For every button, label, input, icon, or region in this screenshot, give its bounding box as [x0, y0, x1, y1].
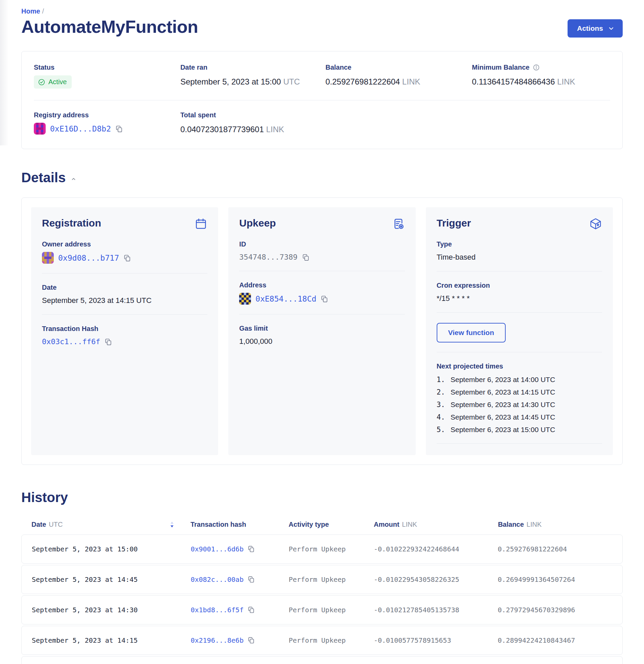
balance-value: 0.259276981222604 LINK	[325, 77, 472, 86]
actions-button[interactable]: Actions	[567, 19, 623, 38]
actions-button-label: Actions	[577, 24, 603, 33]
row-activity: Perform Upkeep	[289, 636, 374, 644]
registry-address-link[interactable]: 0xE16D...D8b2	[50, 124, 111, 133]
trigger-type-value: Time-based	[437, 253, 602, 262]
projected-time-item: 4.September 6, 2023 at 14:45 UTC	[437, 413, 602, 421]
trigger-title: Trigger	[437, 217, 471, 229]
copy-icon[interactable]	[247, 576, 255, 583]
copy-icon[interactable]	[115, 125, 123, 132]
owner-address-link[interactable]: 0x9d08...b717	[58, 253, 119, 262]
divider	[239, 314, 404, 314]
total-spent-field: Total spent 0.04072301877739601 LINK	[180, 111, 472, 134]
owner-address-label: Owner address	[42, 241, 207, 248]
row-balance: 0.26949991364507264	[498, 576, 622, 583]
divider	[437, 443, 602, 443]
row-hash-link[interactable]: 0x2196...8e6b	[191, 636, 244, 644]
copy-icon[interactable]	[123, 254, 131, 262]
upkeep-identicon	[239, 293, 251, 305]
registry-identicon	[34, 123, 46, 134]
copy-icon[interactable]	[247, 545, 255, 553]
upkeep-address-link[interactable]: 0xE854...18Cd	[255, 294, 316, 303]
upkeep-id-label: ID	[239, 241, 404, 248]
cube-icon	[589, 217, 602, 230]
row-hash-link[interactable]: 0x082c...00ab	[191, 576, 244, 583]
copy-icon[interactable]	[247, 637, 255, 644]
row-date: September 5, 2023 at 14:30	[32, 606, 191, 614]
divider	[437, 352, 602, 352]
next-projected-times-label: Next projected times	[437, 362, 602, 370]
overview-card: Status Active Date ran September 5, 2023…	[21, 51, 623, 149]
col-amount[interactable]: Amount	[374, 521, 400, 528]
upkeep-id-value: 354748...7389	[239, 253, 297, 261]
table-row: September 5, 2023 at 14:45 0x082c...00ab…	[21, 565, 623, 594]
history-heading: History	[21, 490, 623, 505]
details-heading: Details	[21, 170, 66, 185]
breadcrumb-home-link[interactable]: Home	[21, 7, 40, 15]
chevron-down-icon	[608, 25, 615, 32]
divider	[42, 314, 207, 315]
status-badge: Active	[34, 76, 72, 88]
gas-limit-label: Gas limit	[239, 325, 404, 332]
transaction-hash-link[interactable]: 0x03c1...ff6f	[42, 337, 100, 346]
table-row: September 5, 2023 at 14:30 0x1bd8...6f5f…	[21, 595, 623, 624]
copy-icon[interactable]	[302, 253, 309, 261]
copy-icon[interactable]	[247, 606, 255, 614]
balance-label: Balance	[325, 64, 472, 71]
status-badge-text: Active	[48, 78, 67, 86]
col-date[interactable]: Date	[32, 521, 46, 528]
upkeep-address-label: Address	[239, 281, 404, 289]
row-activity: Perform Upkeep	[289, 545, 374, 553]
history-table-header: DateUTC Transaction hash Activity type A…	[21, 521, 623, 535]
row-amount: -0.010222932422468644	[374, 545, 498, 553]
total-spent-value: 0.04072301877739601 LINK	[180, 125, 472, 134]
row-hash-link[interactable]: 0x1bd8...6f5f	[191, 606, 244, 614]
row-amount: -0.010212785405135738	[374, 606, 498, 614]
status-field: Status Active	[34, 64, 180, 88]
details-panel: Registration Owner address 0x9d08...b717	[21, 198, 623, 465]
col-transaction-hash[interactable]: Transaction hash	[190, 521, 246, 528]
projected-time-item: 3.September 6, 2023 at 14:30 UTC	[437, 401, 602, 409]
registry-address-field: Registry address 0xE16D...D8b2	[34, 111, 180, 134]
divider	[42, 273, 207, 273]
breadcrumb: Home/	[21, 7, 623, 15]
table-row: September 5, 2023 at 14:15 0x2196...8e6b…	[21, 626, 623, 655]
upkeep-card: Upkeep ID 354748...7389 Address	[228, 207, 415, 455]
next-projected-times-list: 1.September 6, 2023 at 14:00 UTC 2.Septe…	[437, 376, 602, 434]
row-amount: -0.010229543058226325	[374, 576, 498, 583]
date-ran-label: Date ran	[180, 64, 325, 71]
row-date: September 5, 2023 at 14:45	[32, 576, 191, 583]
cron-expression-label: Cron expression	[437, 282, 602, 289]
row-hash-link[interactable]: 0x9001...6d6b	[191, 545, 244, 553]
row-amount: -0.0100577578915653	[374, 636, 498, 644]
collapse-chevron-icon[interactable]	[71, 176, 77, 182]
row-balance: 0.259276981222604	[498, 545, 622, 553]
table-row: September 5, 2023 at 14:15 0x03c1...ff6f…	[21, 656, 623, 664]
col-activity-type[interactable]: Activity type	[288, 521, 329, 528]
col-amount-suffix: LINK	[402, 521, 417, 528]
row-activity: Perform Upkeep	[289, 576, 374, 583]
divider	[239, 271, 404, 271]
page: Home/ AutomateMyFunction Actions Status …	[0, 0, 644, 664]
divider	[437, 312, 602, 313]
gas-limit-value: 1,000,000	[239, 337, 404, 346]
row-date: September 5, 2023 at 14:15	[32, 636, 191, 644]
view-function-button[interactable]: View function	[437, 323, 506, 343]
registration-date-value: September 5, 2023 at 14:15 UTC	[42, 296, 207, 305]
upkeep-title: Upkeep	[239, 217, 276, 229]
projected-time-item: 2.September 6, 2023 at 14:15 UTC	[437, 388, 602, 396]
registration-date-label: Date	[42, 284, 207, 291]
min-balance-field: Minimum Balance 0.11364157484866436 LINK	[472, 64, 610, 88]
col-balance[interactable]: Balance	[498, 521, 524, 528]
projected-time-item: 1.September 6, 2023 at 14:00 UTC	[437, 376, 602, 384]
copy-icon[interactable]	[321, 295, 328, 303]
row-balance: 0.28994224210843467	[498, 636, 622, 644]
copy-icon[interactable]	[104, 338, 112, 346]
cron-expression-value: */15 * * * *	[437, 294, 602, 303]
document-gear-icon	[392, 217, 405, 230]
history-table: DateUTC Transaction hash Activity type A…	[21, 521, 623, 664]
row-activity: Perform Upkeep	[289, 606, 374, 614]
row-date: September 5, 2023 at 15:00	[32, 545, 191, 553]
info-icon[interactable]	[533, 64, 540, 71]
sort-icon[interactable]	[170, 521, 174, 528]
row-balance: 0.27972945670329896	[498, 606, 622, 614]
